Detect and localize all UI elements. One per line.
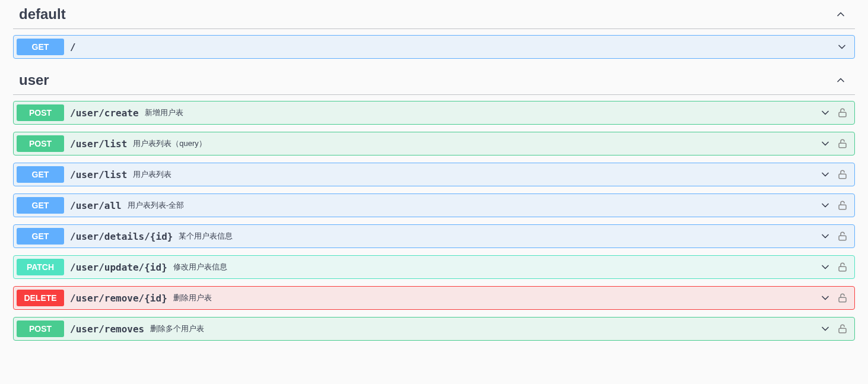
operation-row[interactable]: POST/user/list用户表列表（query）: [13, 132, 855, 155]
operation-path: /user/list: [64, 169, 133, 180]
operation-row[interactable]: GET/: [13, 35, 855, 59]
operation-row[interactable]: GET/user/list用户表列表: [13, 163, 855, 186]
operation-row[interactable]: GET/user/all用户表列表-全部: [13, 193, 855, 217]
operation-actions: [819, 169, 851, 180]
operation-actions: [836, 41, 851, 53]
lock-icon[interactable]: [837, 262, 848, 272]
tag-header[interactable]: default: [13, 0, 855, 29]
operation-summary: 某个用户表信息: [179, 231, 819, 242]
operation-row[interactable]: DELETE/user/remove/{id}删除用户表: [13, 286, 855, 310]
lock-icon[interactable]: [837, 169, 848, 180]
operation-summary: 用户表列表（query）: [133, 138, 819, 149]
lock-icon[interactable]: [837, 138, 848, 149]
operation-path: /user/list: [64, 138, 133, 150]
http-method-badge: POST: [17, 104, 64, 121]
operation-summary: 用户表列表: [133, 169, 819, 180]
http-method-badge: POST: [17, 320, 64, 337]
operation-actions: [819, 138, 851, 150]
operation-summary: 删除用户表: [173, 293, 819, 303]
svg-rect-7: [839, 328, 846, 333]
operation-path: /user/details/{id}: [64, 231, 179, 242]
http-method-badge: GET: [17, 228, 64, 245]
http-method-badge: DELETE: [17, 290, 64, 306]
operation-actions: [819, 230, 851, 242]
svg-rect-6: [839, 297, 846, 302]
operation-summary: 用户表列表-全部: [128, 200, 819, 211]
operation-summary: 修改用户表信息: [173, 262, 819, 272]
svg-rect-4: [839, 236, 846, 240]
chevron-down-icon[interactable]: [819, 107, 831, 119]
http-method-badge: PATCH: [17, 259, 64, 275]
http-method-badge: GET: [17, 39, 64, 55]
operation-path: /user/remove/{id}: [64, 293, 173, 304]
svg-rect-2: [839, 174, 846, 179]
chevron-down-icon[interactable]: [819, 169, 831, 180]
svg-rect-1: [839, 143, 846, 148]
http-method-badge: POST: [17, 135, 64, 152]
operations-list: POST/user/create新增用户表POST/user/list用户表列表…: [13, 101, 855, 341]
svg-rect-0: [839, 112, 846, 117]
tag-name: default: [19, 6, 66, 23]
operation-path: /user/removes: [64, 323, 150, 335]
svg-rect-3: [839, 205, 846, 210]
operation-path: /user/create: [64, 107, 145, 119]
chevron-down-icon[interactable]: [819, 261, 831, 273]
chevron-down-icon[interactable]: [819, 199, 831, 211]
chevron-down-icon[interactable]: [819, 292, 831, 304]
api-tag-section: userPOST/user/create新增用户表POST/user/list用…: [13, 66, 855, 341]
chevron-down-icon[interactable]: [836, 41, 848, 53]
operations-list: GET/: [13, 35, 855, 59]
http-method-badge: GET: [17, 197, 64, 214]
operation-actions: [819, 292, 851, 304]
chevron-up-icon[interactable]: [835, 8, 855, 20]
operation-path: /user/all: [64, 200, 128, 211]
operation-actions: [819, 261, 851, 273]
api-tag-section: defaultGET/: [13, 0, 855, 59]
lock-icon[interactable]: [837, 107, 848, 118]
operation-row[interactable]: POST/user/removes删除多个用户表: [13, 317, 855, 341]
http-method-badge: GET: [17, 166, 64, 183]
lock-icon[interactable]: [837, 200, 848, 211]
lock-icon[interactable]: [837, 231, 848, 242]
lock-icon[interactable]: [837, 323, 848, 334]
lock-icon[interactable]: [837, 293, 848, 303]
tag-header[interactable]: user: [13, 66, 855, 95]
chevron-down-icon[interactable]: [819, 323, 831, 335]
chevron-up-icon[interactable]: [835, 74, 855, 86]
svg-rect-5: [839, 266, 846, 271]
operation-actions: [819, 323, 851, 335]
operation-summary: 删除多个用户表: [150, 323, 819, 334]
chevron-down-icon[interactable]: [819, 138, 831, 150]
operation-actions: [819, 199, 851, 211]
operation-path: /user/update/{id}: [64, 262, 173, 273]
operation-row[interactable]: POST/user/create新增用户表: [13, 101, 855, 125]
operation-path: /: [64, 42, 82, 53]
chevron-down-icon[interactable]: [819, 230, 831, 242]
operation-actions: [819, 107, 851, 119]
operation-row[interactable]: GET/user/details/{id}某个用户表信息: [13, 224, 855, 248]
operation-row[interactable]: PATCH/user/update/{id}修改用户表信息: [13, 255, 855, 279]
operation-summary: 新增用户表: [145, 107, 819, 118]
tag-name: user: [19, 72, 49, 88]
